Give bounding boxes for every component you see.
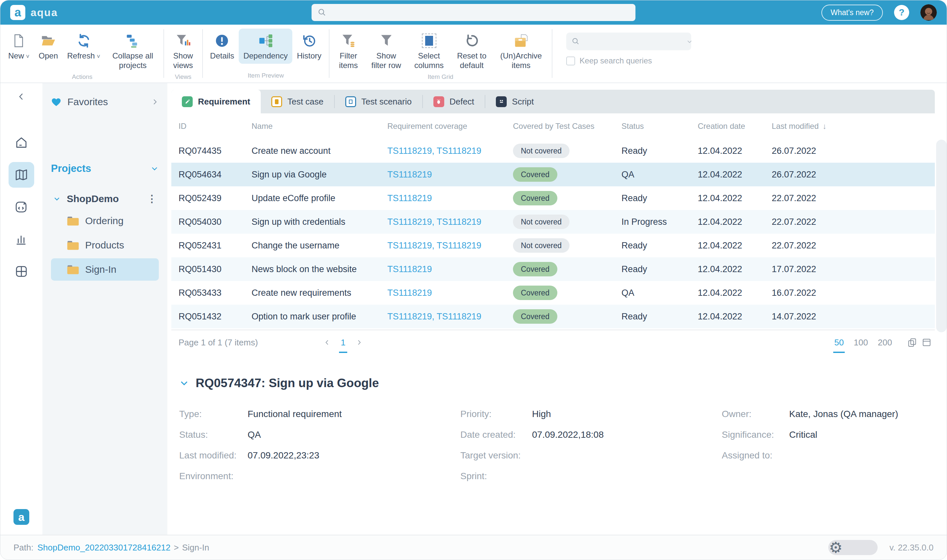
show-filter-row-button[interactable]: Show filter row [365, 29, 408, 73]
tree-folder-sign-in[interactable]: Sign-In [51, 258, 159, 281]
coverage-links[interactable]: TS1118219 [387, 264, 513, 274]
grid-search[interactable] [566, 32, 691, 50]
cell-id: RQ051430 [179, 264, 251, 274]
tree-folder-ordering[interactable]: Ordering [51, 210, 159, 232]
coverage-links[interactable]: TS1118219 [387, 288, 513, 298]
kebab-menu-icon[interactable]: ⋮ [147, 193, 157, 205]
table-row[interactable]: RQ051430 News block on the website TS111… [171, 257, 935, 281]
folder-label: Ordering [85, 215, 124, 226]
open-button[interactable]: Open [34, 29, 63, 64]
archive-icon [514, 32, 529, 50]
unarchive-items-button[interactable]: (Un)Archive items [493, 29, 549, 73]
expand-favorites-icon[interactable] [151, 98, 159, 106]
dependency-button[interactable]: Dependency [239, 29, 292, 64]
path-label: Path: [14, 543, 34, 553]
nav-home-button[interactable] [9, 130, 34, 155]
tree-folder-products[interactable]: Products [51, 234, 159, 256]
tab-defect[interactable]: Defect [423, 90, 485, 113]
card-view-icon[interactable] [922, 337, 932, 348]
nav-dashboards-button[interactable] [9, 258, 34, 284]
tab-test-case[interactable]: Test case [261, 90, 334, 113]
cell-name: Sign up via Google [251, 169, 387, 180]
column-header-coverage[interactable]: Requirement coverage [387, 122, 513, 131]
cell-status: Ready [622, 264, 698, 274]
cell-creation-date: 12.04.2022 [698, 169, 772, 180]
cell-name: Option to mark user profile [251, 312, 387, 322]
item-preview-header[interactable]: RQ0574347: Sign up via Google [179, 376, 935, 390]
prev-page-icon[interactable] [323, 339, 331, 346]
keep-search-checkbox[interactable] [566, 57, 575, 65]
table-row[interactable]: RQ054030 Sign up with credentials TS1118… [171, 210, 935, 234]
cell-id: RQ054634 [179, 169, 251, 180]
table-row[interactable]: RQ051432 Option to mark user profile TS1… [171, 305, 935, 328]
select-columns-button[interactable]: Select columns [408, 29, 451, 73]
path-project-link[interactable]: ShopDemo_202203301728416212 [37, 543, 171, 553]
coverage-badge: Covered [513, 167, 557, 182]
coverage-links[interactable]: TS1118219, TS1118219 [387, 146, 513, 156]
coverage-badge: Not covered [513, 215, 570, 229]
column-header-modified[interactable]: Last modified↓ [772, 122, 935, 131]
avatar[interactable] [920, 4, 937, 21]
table-row[interactable]: RQ054634 Sign up via Google TS1118219 Co… [171, 163, 935, 186]
field-value-last-modified: 07.09.2022,23:23 [248, 450, 319, 461]
vertical-scrollbar[interactable] [936, 140, 947, 332]
chevron-down-icon[interactable] [686, 38, 693, 45]
table-row[interactable]: RQ053433 Create new requirements TS11182… [171, 281, 935, 305]
column-header-covered[interactable]: Covered by Test Cases [513, 122, 622, 131]
grid-search-input[interactable] [584, 37, 686, 46]
settings-toggle[interactable]: ⚙ [828, 540, 878, 555]
new-button[interactable]: New˅ [4, 29, 34, 65]
help-button[interactable]: ? [894, 5, 909, 20]
sort-desc-icon[interactable]: ↓ [823, 122, 827, 131]
column-header-creation[interactable]: Creation date [698, 122, 772, 131]
projects-header[interactable]: Projects [51, 163, 159, 174]
collapse-sidebar-button[interactable] [17, 92, 26, 102]
next-page-icon[interactable] [356, 339, 363, 346]
show-views-button[interactable]: Show views [167, 29, 200, 73]
cell-status: Ready [622, 146, 698, 156]
global-search[interactable] [312, 4, 636, 21]
collapse-preview-icon[interactable] [179, 378, 189, 388]
filter-items-button[interactable]: Filter items [332, 29, 365, 73]
page-size-100[interactable]: 100 [854, 337, 868, 348]
coverage-links[interactable]: TS1118219 [387, 169, 513, 180]
chevron-down-icon[interactable] [53, 195, 61, 203]
nav-reports-button[interactable] [9, 226, 34, 252]
history-button[interactable]: History [292, 29, 326, 64]
column-header-status[interactable]: Status [622, 122, 698, 131]
table-row[interactable]: RQ052431 Change the username TS1118219, … [171, 234, 935, 257]
details-button[interactable]: Details [205, 29, 239, 64]
whats-new-button[interactable]: What's new? [821, 5, 883, 21]
page-size-50[interactable]: 50 [834, 337, 844, 348]
refresh-button[interactable]: Refresh˅ [63, 29, 105, 65]
collapse-tree-icon [126, 32, 140, 50]
tab-requirement[interactable]: Requirement [171, 90, 261, 113]
coverage-links[interactable]: TS1118219 [387, 193, 513, 203]
coverage-links[interactable]: TS1118219, TS1118219 [387, 312, 513, 322]
reset-to-default-button[interactable]: Reset to default [451, 29, 493, 73]
collapse-all-projects-button[interactable]: Collapse all projects [105, 29, 161, 73]
page-size-200[interactable]: 200 [878, 337, 892, 348]
current-page[interactable]: 1 [341, 337, 345, 348]
nav-automation-button[interactable] [9, 194, 34, 220]
statusbar: Path: ShopDemo_202203301728416212 > Sign… [0, 535, 947, 560]
item-fields: Type:Functional requirement Status:QA La… [179, 409, 935, 491]
column-header-name[interactable]: Name [251, 122, 387, 131]
cell-status: QA [622, 169, 698, 180]
tree-node-shopdemo[interactable]: ShopDemo ⋮ [51, 190, 159, 208]
nav-projects-button[interactable] [9, 162, 34, 188]
field-value-status: QA [248, 429, 261, 440]
coverage-links[interactable]: TS1118219, TS1118219 [387, 240, 513, 251]
column-header-id[interactable]: ID [179, 122, 251, 131]
copy-view-icon[interactable] [907, 337, 917, 348]
favorites-header[interactable]: Favorites [51, 96, 159, 108]
coverage-badge: Covered [513, 286, 557, 300]
chevron-down-icon[interactable] [150, 164, 159, 173]
table-row[interactable]: RQ052439 Update eCoffe profile TS1118219… [171, 186, 935, 210]
global-search-input[interactable] [331, 8, 630, 18]
cell-name: News block on the website [251, 264, 387, 274]
table-row[interactable]: RQ074435 Create new account TS1118219, T… [171, 139, 935, 163]
tab-test-scenario[interactable]: Test scenario [335, 90, 422, 113]
tab-script[interactable]: Script [485, 90, 544, 113]
coverage-links[interactable]: TS1118219, TS1118219 [387, 217, 513, 227]
